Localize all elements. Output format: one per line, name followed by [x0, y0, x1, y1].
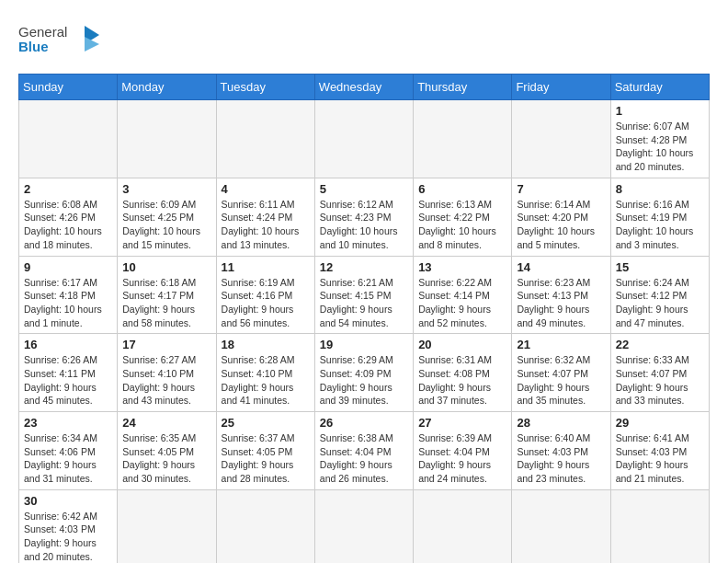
weekday-header: Thursday [414, 75, 512, 100]
day-number: 19 [320, 338, 408, 351]
day-number: 25 [222, 416, 310, 430]
calendar-day-cell: 16Sunrise: 6:26 AM Sunset: 4:11 PM Dayli… [19, 334, 118, 412]
calendar-header-row: SundayMondayTuesdayWednesdayThursdayFrid… [19, 75, 710, 100]
day-number: 5 [320, 182, 408, 196]
svg-text:General: General [18, 24, 67, 40]
calendar-day-cell: 17Sunrise: 6:27 AM Sunset: 4:10 PM Dayli… [118, 334, 216, 412]
day-number: 27 [418, 416, 506, 430]
day-info: Sunrise: 6:07 AM Sunset: 4:28 PM Dayligh… [616, 120, 704, 174]
day-number: 9 [24, 260, 112, 274]
calendar-day-cell [512, 489, 610, 563]
calendar-day-cell: 27Sunrise: 6:39 AM Sunset: 4:04 PM Dayli… [414, 412, 512, 490]
day-info: Sunrise: 6:24 AM Sunset: 4:12 PM Dayligh… [616, 276, 704, 330]
calendar-day-cell: 23Sunrise: 6:34 AM Sunset: 4:06 PM Dayli… [19, 412, 118, 490]
svg-text:Blue: Blue [18, 39, 49, 54]
header: General Blue [18, 18, 710, 63]
day-number: 8 [616, 182, 704, 196]
day-info: Sunrise: 6:11 AM Sunset: 4:24 PM Dayligh… [222, 198, 310, 252]
day-number: 2 [24, 182, 112, 196]
calendar-week-row: 2Sunrise: 6:08 AM Sunset: 4:26 PM Daylig… [19, 178, 710, 256]
weekday-header: Sunday [19, 75, 118, 100]
calendar-day-cell: 7Sunrise: 6:14 AM Sunset: 4:20 PM Daylig… [512, 178, 610, 256]
day-number: 3 [122, 182, 210, 196]
day-info: Sunrise: 6:18 AM Sunset: 4:17 PM Dayligh… [122, 276, 210, 330]
day-info: Sunrise: 6:26 AM Sunset: 4:11 PM Dayligh… [24, 353, 112, 408]
calendar-day-cell: 25Sunrise: 6:37 AM Sunset: 4:05 PM Dayli… [216, 412, 314, 490]
calendar-day-cell: 8Sunrise: 6:16 AM Sunset: 4:19 PM Daylig… [610, 178, 709, 256]
day-info: Sunrise: 6:19 AM Sunset: 4:16 PM Dayligh… [222, 276, 310, 330]
day-info: Sunrise: 6:41 AM Sunset: 4:03 PM Dayligh… [616, 431, 704, 486]
day-number: 1 [616, 104, 704, 118]
day-info: Sunrise: 6:17 AM Sunset: 4:18 PM Dayligh… [24, 276, 112, 330]
calendar-day-cell: 4Sunrise: 6:11 AM Sunset: 4:24 PM Daylig… [216, 178, 314, 256]
day-info: Sunrise: 6:32 AM Sunset: 4:07 PM Dayligh… [517, 353, 605, 408]
day-info: Sunrise: 6:39 AM Sunset: 4:04 PM Dayligh… [418, 431, 506, 486]
calendar-day-cell: 22Sunrise: 6:33 AM Sunset: 4:07 PM Dayli… [610, 334, 709, 412]
calendar-week-row: 9Sunrise: 6:17 AM Sunset: 4:18 PM Daylig… [19, 256, 710, 334]
day-number: 26 [320, 416, 408, 430]
day-number: 4 [222, 182, 310, 196]
day-info: Sunrise: 6:14 AM Sunset: 4:20 PM Dayligh… [517, 198, 605, 252]
weekday-header: Monday [118, 75, 216, 100]
calendar-week-row: 16Sunrise: 6:26 AM Sunset: 4:11 PM Dayli… [19, 334, 710, 412]
day-number: 28 [517, 416, 605, 430]
calendar-day-cell: 26Sunrise: 6:38 AM Sunset: 4:04 PM Dayli… [314, 412, 413, 490]
logo-svg: General Blue [18, 18, 101, 59]
calendar-day-cell [314, 489, 413, 563]
day-info: Sunrise: 6:29 AM Sunset: 4:09 PM Dayligh… [320, 353, 408, 408]
day-info: Sunrise: 6:33 AM Sunset: 4:07 PM Dayligh… [616, 353, 704, 408]
weekday-header: Friday [512, 75, 610, 100]
weekday-header: Wednesday [314, 75, 413, 100]
calendar-day-cell [610, 489, 709, 563]
calendar-week-row: 30Sunrise: 6:42 AM Sunset: 4:03 PM Dayli… [19, 489, 710, 563]
day-info: Sunrise: 6:13 AM Sunset: 4:22 PM Dayligh… [418, 198, 506, 252]
day-number: 21 [517, 338, 605, 351]
calendar-day-cell: 13Sunrise: 6:22 AM Sunset: 4:14 PM Dayli… [414, 256, 512, 334]
calendar-day-cell [118, 489, 216, 563]
calendar-day-cell: 30Sunrise: 6:42 AM Sunset: 4:03 PM Dayli… [19, 489, 118, 563]
calendar-day-cell: 12Sunrise: 6:21 AM Sunset: 4:15 PM Dayli… [314, 256, 413, 334]
calendar-day-cell: 28Sunrise: 6:40 AM Sunset: 4:03 PM Dayli… [512, 412, 610, 490]
weekday-header: Tuesday [216, 75, 314, 100]
calendar-day-cell [118, 100, 216, 178]
calendar-week-row: 23Sunrise: 6:34 AM Sunset: 4:06 PM Dayli… [19, 412, 710, 490]
calendar-day-cell: 5Sunrise: 6:12 AM Sunset: 4:23 PM Daylig… [314, 178, 413, 256]
day-info: Sunrise: 6:27 AM Sunset: 4:10 PM Dayligh… [122, 353, 210, 408]
day-number: 24 [122, 416, 210, 430]
calendar-day-cell: 3Sunrise: 6:09 AM Sunset: 4:25 PM Daylig… [118, 178, 216, 256]
day-number: 30 [24, 494, 112, 508]
calendar-day-cell [414, 100, 512, 178]
calendar-day-cell: 6Sunrise: 6:13 AM Sunset: 4:22 PM Daylig… [414, 178, 512, 256]
day-info: Sunrise: 6:42 AM Sunset: 4:03 PM Dayligh… [24, 510, 112, 563]
calendar-day-cell [512, 100, 610, 178]
day-number: 23 [24, 416, 112, 430]
day-number: 14 [517, 260, 605, 274]
day-number: 20 [418, 338, 506, 351]
calendar-day-cell [414, 489, 512, 563]
day-number: 16 [24, 338, 112, 351]
day-number: 15 [616, 260, 704, 274]
calendar-day-cell: 19Sunrise: 6:29 AM Sunset: 4:09 PM Dayli… [314, 334, 413, 412]
calendar-day-cell: 2Sunrise: 6:08 AM Sunset: 4:26 PM Daylig… [19, 178, 118, 256]
day-number: 22 [616, 338, 704, 351]
day-info: Sunrise: 6:28 AM Sunset: 4:10 PM Dayligh… [222, 353, 310, 408]
day-info: Sunrise: 6:37 AM Sunset: 4:05 PM Dayligh… [222, 431, 310, 486]
calendar-day-cell: 18Sunrise: 6:28 AM Sunset: 4:10 PM Dayli… [216, 334, 314, 412]
logo: General Blue [18, 18, 101, 63]
calendar-day-cell: 10Sunrise: 6:18 AM Sunset: 4:17 PM Dayli… [118, 256, 216, 334]
day-info: Sunrise: 6:16 AM Sunset: 4:19 PM Dayligh… [616, 198, 704, 252]
day-info: Sunrise: 6:31 AM Sunset: 4:08 PM Dayligh… [418, 353, 506, 408]
day-info: Sunrise: 6:22 AM Sunset: 4:14 PM Dayligh… [418, 276, 506, 330]
calendar-table: SundayMondayTuesdayWednesdayThursdayFrid… [18, 74, 710, 563]
calendar-day-cell: 9Sunrise: 6:17 AM Sunset: 4:18 PM Daylig… [19, 256, 118, 334]
calendar-day-cell: 21Sunrise: 6:32 AM Sunset: 4:07 PM Dayli… [512, 334, 610, 412]
calendar-day-cell [216, 100, 314, 178]
day-number: 12 [320, 260, 408, 274]
logo-area: General Blue [18, 18, 101, 63]
day-info: Sunrise: 6:23 AM Sunset: 4:13 PM Dayligh… [517, 276, 605, 330]
day-number: 6 [418, 182, 506, 196]
day-number: 29 [616, 416, 704, 430]
calendar-day-cell [314, 100, 413, 178]
day-info: Sunrise: 6:21 AM Sunset: 4:15 PM Dayligh… [320, 276, 408, 330]
day-number: 18 [222, 338, 310, 351]
